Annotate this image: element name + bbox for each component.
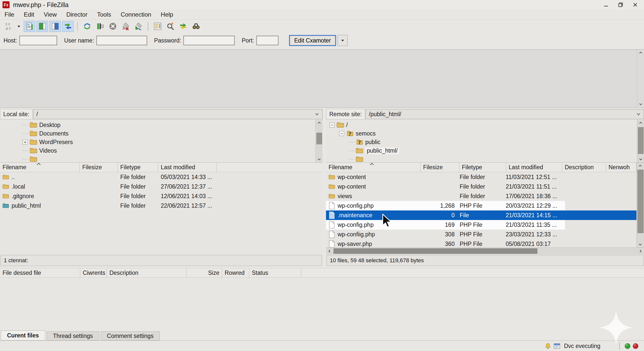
- tree-item[interactable]: −/: [326, 121, 644, 129]
- file-row[interactable]: .gitgnoreFile folder12/06/2021 14:03 ...: [0, 191, 323, 201]
- remote-tree-scrollbar[interactable]: [637, 120, 644, 162]
- bell-icon[interactable]: [544, 342, 551, 349]
- file-row[interactable]: wp-contentFile folder11/03/2021 12:51 ..…: [326, 172, 636, 182]
- file-extra-cell: [558, 201, 601, 210]
- remote-list-vertical-scrollbar[interactable]: [636, 163, 644, 248]
- tree-item[interactable]: Desktop: [0, 121, 323, 129]
- column-header-label: Nenwoh: [609, 164, 630, 171]
- scroll-down-icon[interactable]: [637, 101, 644, 107]
- queue-column-file-dessed-file[interactable]: File dessed file: [0, 268, 80, 277]
- password-input[interactable]: [183, 36, 235, 45]
- host-input[interactable]: [19, 36, 57, 45]
- cancel-button[interactable]: [107, 21, 118, 32]
- file-row[interactable]: .maintenance0File21/03/2021 14:15 ...: [326, 210, 636, 220]
- dropdown-arrow-button[interactable]: [15, 21, 22, 32]
- expand-icon[interactable]: +: [23, 140, 28, 145]
- menu-item-tools[interactable]: Tools: [97, 11, 111, 18]
- column-header-filesize[interactable]: Filesize: [421, 163, 459, 172]
- tree-item[interactable]: +WordPresers: [0, 138, 323, 146]
- menu-item-director[interactable]: Director: [66, 11, 88, 18]
- scrollbar-thumb[interactable]: [316, 133, 322, 144]
- scrollbar-thumb[interactable]: [637, 170, 643, 233]
- toggle-local-tree-button[interactable]: [36, 21, 48, 32]
- tree-item[interactable]: −?semocs: [326, 129, 644, 138]
- minimize-button[interactable]: [599, 0, 613, 10]
- column-header-description[interactable]: Description: [562, 163, 606, 172]
- toggle-message-log-button[interactable]: [24, 21, 35, 32]
- tree-item[interactable]: [0, 155, 323, 162]
- restore-button[interactable]: [613, 0, 628, 10]
- queue-column-size[interactable]: Size: [187, 268, 222, 277]
- toggle-transfer-queue-button[interactable]: [62, 21, 74, 32]
- tab-thread-settings[interactable]: Thread settings: [47, 331, 99, 340]
- column-header-nenwoh[interactable]: Nenwoh: [606, 163, 636, 172]
- menu-item-edit[interactable]: Edit: [24, 11, 34, 18]
- column-header-filetype[interactable]: Filetype: [118, 163, 158, 172]
- toggle-remote-tree-button[interactable]: [49, 21, 61, 32]
- collapse-icon[interactable]: −: [330, 122, 335, 127]
- queue-log-icon[interactable]: [553, 342, 560, 349]
- queue-column-description[interactable]: Description: [107, 268, 187, 277]
- scroll-up-icon[interactable]: [316, 120, 323, 126]
- scroll-up-icon[interactable]: [637, 120, 644, 126]
- quickconnect-dropdown-button[interactable]: [338, 35, 348, 46]
- scroll-up-icon[interactable]: [637, 163, 644, 169]
- queue-column-ciwrents[interactable]: Ciwrents: [80, 268, 107, 277]
- menu-item-view[interactable]: View: [44, 11, 57, 18]
- refresh-button[interactable]: [81, 21, 93, 32]
- scroll-down-icon[interactable]: [637, 156, 644, 162]
- site-manager-button[interactable]: [3, 21, 14, 32]
- column-header-filename[interactable]: Filename: [0, 163, 80, 172]
- filter-button[interactable]: [190, 21, 202, 32]
- queue-column-status[interactable]: Status: [249, 268, 301, 277]
- close-button[interactable]: [628, 0, 642, 10]
- scroll-right-icon[interactable]: [637, 248, 644, 254]
- tree-item[interactable]: public_html/: [326, 146, 644, 155]
- port-input[interactable]: [256, 36, 278, 45]
- queue-column-rowred[interactable]: Rowred: [222, 268, 249, 277]
- remote-list-horizontal-scrollbar[interactable]: [326, 247, 644, 254]
- file-row[interactable]: ..File folder05/03/2021 14:33 ...: [0, 172, 323, 182]
- toggle-local-tree-icon: [38, 22, 47, 30]
- menu-item-connection[interactable]: Connection: [121, 11, 151, 18]
- scroll-left-icon[interactable]: [326, 248, 333, 254]
- column-header-filename[interactable]: Filename: [326, 163, 421, 172]
- file-row[interactable]: wp-config.php1,268PHP File20/03/2021 12:…: [326, 201, 636, 210]
- tab-comment-settings[interactable]: Comment settings: [101, 331, 160, 340]
- disconnect-button[interactable]: [120, 21, 131, 32]
- menu-item-file[interactable]: File: [5, 11, 14, 18]
- column-header-last-modified[interactable]: Last modified: [506, 163, 562, 172]
- file-row[interactable]: wp-contentFile folder21/03/2021 11:51 ..…: [326, 182, 636, 191]
- file-row[interactable]: public_htmlFile folder22/06/2021 12:57 .…: [0, 201, 323, 210]
- process-queue-button[interactable]: [94, 21, 106, 32]
- scrollbar-thumb[interactable]: [334, 248, 537, 254]
- file-row[interactable]: viewsFile folder17/06/2021 18:36 ...: [326, 191, 636, 201]
- reconnect-button[interactable]: [133, 21, 144, 32]
- message-log-scrollbar[interactable]: [637, 50, 644, 107]
- directory-listing-button[interactable]: [152, 21, 163, 32]
- column-header-last-modified[interactable]: Last modified: [158, 163, 217, 172]
- tree-item[interactable]: [326, 155, 644, 162]
- file-row[interactable]: wp-confiig.php308PHP File23/03/2021 12:3…: [326, 230, 636, 239]
- scroll-down-icon[interactable]: [637, 241, 644, 248]
- find-files-button[interactable]: [165, 21, 176, 32]
- local-tree-scrollbar[interactable]: [315, 120, 323, 162]
- file-row[interactable]: wp-config.php169PHP File21/03/2021 11:35…: [326, 220, 636, 230]
- synchronized-browsing-button[interactable]: [177, 21, 189, 32]
- menu-item-help[interactable]: Help: [161, 11, 173, 18]
- scrollbar-thumb[interactable]: [638, 127, 643, 154]
- tree-item[interactable]: Documents: [0, 129, 323, 138]
- scroll-down-icon[interactable]: [316, 156, 323, 162]
- username-input[interactable]: [96, 36, 147, 45]
- scroll-up-icon[interactable]: [637, 50, 644, 56]
- file-row[interactable]: .localFile folder27/06/2021 12:37 ...: [0, 182, 323, 191]
- tree-item[interactable]: Videos: [0, 146, 323, 155]
- quickconnect-button[interactable]: Edit Cxamoter: [289, 35, 336, 46]
- column-header-filetype[interactable]: Filetype: [459, 163, 506, 172]
- tab-curent-files[interactable]: Curent files: [1, 330, 45, 340]
- local-site-dropdown[interactable]: /: [33, 109, 323, 119]
- remote-site-dropdown[interactable]: /public_html/: [366, 109, 644, 119]
- collapse-icon[interactable]: −: [339, 131, 344, 136]
- column-header-filesize[interactable]: Filesize: [80, 163, 118, 172]
- tree-item[interactable]: ?public: [326, 138, 644, 146]
